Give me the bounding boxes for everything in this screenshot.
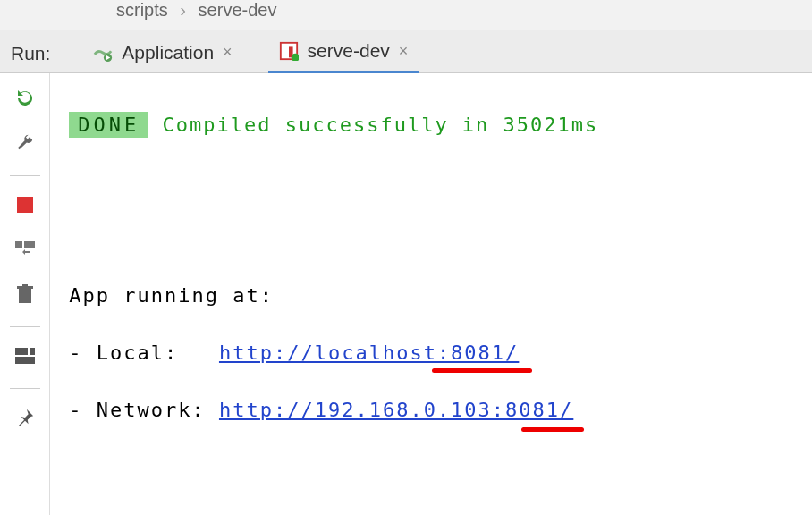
svg-rect-9 bbox=[22, 284, 28, 286]
divider bbox=[10, 326, 40, 327]
svg-rect-8 bbox=[17, 286, 33, 289]
svg-rect-5 bbox=[15, 241, 22, 248]
console-line: DONE Compiled successfully in 35021ms bbox=[55, 111, 807, 139]
console-line: - Local: http://localhost:8081/ bbox=[55, 339, 807, 367]
chevron-right-icon: › bbox=[180, 0, 186, 20]
svg-rect-4 bbox=[17, 197, 33, 213]
console-line: App running at: bbox=[55, 282, 807, 310]
red-underline-annotation bbox=[432, 368, 532, 373]
network-label: - Network: bbox=[55, 399, 219, 421]
close-icon[interactable]: × bbox=[399, 42, 409, 61]
local-label: - Local: bbox=[55, 342, 219, 364]
divider bbox=[10, 175, 40, 176]
trash-icon[interactable] bbox=[9, 278, 41, 310]
close-icon[interactable]: × bbox=[223, 43, 233, 62]
stop-button[interactable] bbox=[9, 189, 41, 221]
console-line bbox=[55, 168, 807, 197]
breadcrumb-parent[interactable]: scripts bbox=[116, 0, 168, 20]
wrench-icon[interactable] bbox=[9, 127, 41, 159]
application-run-icon bbox=[93, 43, 113, 63]
network-url-link[interactable]: http://192.168.0.103:8081/ bbox=[219, 399, 573, 421]
layout-toggle-icon[interactable] bbox=[9, 340, 41, 372]
svg-rect-7 bbox=[19, 289, 31, 303]
svg-rect-12 bbox=[15, 357, 35, 364]
tab-application-label: Application bbox=[122, 42, 214, 63]
console-line: - Network: http://192.168.0.103:8081/ bbox=[55, 396, 807, 425]
breadcrumb-current[interactable]: serve-dev bbox=[199, 0, 277, 20]
left-gutter bbox=[0, 73, 50, 515]
run-tabs-row: Run: Application × serve-dev × bbox=[0, 30, 812, 73]
tab-application[interactable]: Application × bbox=[82, 35, 242, 72]
status-badge: DONE bbox=[69, 112, 148, 138]
svg-rect-11 bbox=[30, 348, 35, 355]
app-running-header: App running at: bbox=[55, 284, 274, 307]
svg-rect-6 bbox=[24, 241, 35, 248]
svg-rect-10 bbox=[15, 348, 28, 355]
console-output[interactable]: DONE Compiled successfully in 35021ms Ap… bbox=[50, 73, 812, 515]
tab-serve-dev[interactable]: serve-dev × bbox=[268, 33, 419, 73]
local-url-link[interactable]: http://localhost:8081/ bbox=[219, 342, 519, 364]
breadcrumb: scripts › serve-dev bbox=[0, 0, 812, 30]
run-label: Run: bbox=[11, 43, 50, 64]
console-line: Note that the development build is not o… bbox=[55, 510, 807, 515]
console-line bbox=[55, 224, 807, 253]
layout-icon[interactable] bbox=[9, 233, 41, 266]
red-underline-annotation bbox=[521, 427, 584, 432]
compiled-message: Compiled successfully in 35021ms bbox=[148, 114, 598, 136]
main-area: DONE Compiled successfully in 35021ms Ap… bbox=[0, 73, 812, 515]
npm-icon bbox=[279, 41, 299, 61]
divider bbox=[10, 388, 40, 389]
rerun-button[interactable] bbox=[9, 82, 41, 114]
console-line bbox=[55, 453, 807, 482]
pin-icon[interactable] bbox=[9, 401, 41, 434]
tab-serve-dev-label: serve-dev bbox=[308, 40, 390, 62]
